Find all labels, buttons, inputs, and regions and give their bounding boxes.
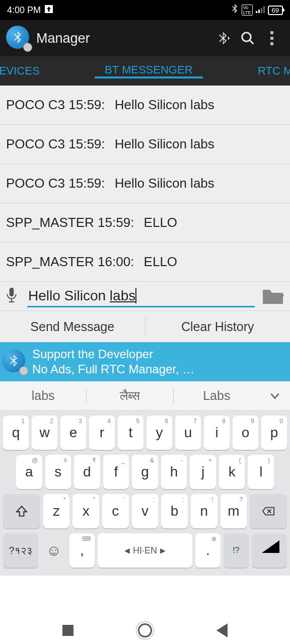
key-q[interactable]: 1q — [3, 416, 29, 450]
bluetooth-status-icon — [231, 4, 239, 17]
message-input[interactable]: Hello Silicon labs​ — [27, 285, 255, 307]
key-n[interactable]: !n — [191, 494, 218, 528]
key-c[interactable]: 'c — [102, 494, 129, 528]
compose-row: Hello Silicon labs​ — [0, 282, 290, 311]
battery-indicator: 69 — [268, 6, 283, 15]
svg-point-5 — [242, 33, 251, 42]
key-row-4: ?१२३ ☺ ⌨, ◀HI·EN▶ ⊕. !? — [3, 533, 287, 568]
message-row[interactable]: POCO C3 15:59: Hello Silicon labs — [0, 125, 290, 164]
key-j[interactable]: +j — [190, 455, 216, 489]
action-row: Send Message Clear History — [0, 311, 290, 342]
bt-transfer-icon[interactable] — [211, 31, 236, 46]
message-text: Hello Silicon labs — [115, 136, 214, 152]
overflow-menu-icon[interactable] — [260, 31, 284, 45]
promo-icon — [2, 349, 27, 374]
promo-text: Support the Developer No Ads, Full RTC M… — [32, 347, 194, 377]
comma-key[interactable]: ⌨, — [69, 533, 95, 568]
key-row-3: *z"x'c:v;b!n?m — [3, 494, 287, 528]
send-button[interactable]: Send Message — [0, 311, 145, 342]
message-text: Hello Silicon labs — [115, 97, 214, 113]
key-d[interactable]: ₹d — [74, 455, 100, 489]
suggestion-3[interactable]: Labs — [174, 388, 260, 403]
promo-banner[interactable]: Support the Developer No Ads, Full RTC M… — [0, 342, 290, 381]
back-button[interactable] — [216, 623, 228, 637]
svg-rect-1 — [256, 11, 257, 13]
key-w[interactable]: 2w — [32, 416, 57, 450]
suggestion-2[interactable]: लैब्स — [87, 388, 173, 404]
tab-bt-messenger[interactable]: BT MESSENGER — [95, 63, 202, 78]
key-o[interactable]: 9o — [233, 416, 258, 450]
key-row-1: 1q2w3e4r5t6y7u8i9o0p — [3, 416, 287, 450]
signal-icon — [256, 5, 265, 16]
folder-icon[interactable] — [262, 286, 284, 307]
backspace-key[interactable] — [250, 494, 287, 528]
key-x[interactable]: "x — [72, 494, 99, 528]
key-b[interactable]: ;b — [161, 494, 188, 528]
key-t[interactable]: 5t — [118, 416, 143, 450]
message-text: ELLO — [144, 215, 178, 230]
key-s[interactable]: #s — [45, 455, 71, 489]
volte-icon: VoLTE — [242, 5, 253, 16]
message-list: POCO C3 15:59: Hello Silicon labs POCO C… — [0, 86, 290, 282]
mic-icon[interactable] — [5, 286, 20, 306]
emoji-key[interactable]: ☺ — [41, 533, 66, 568]
key-i[interactable]: 8i — [204, 416, 230, 450]
key-y[interactable]: 6y — [147, 416, 172, 450]
key-v[interactable]: :v — [132, 494, 159, 528]
app-bar: Manager — [0, 20, 290, 56]
message-row[interactable]: POCO C3 15:59: Hello Silicon labs — [0, 164, 290, 203]
space-key[interactable]: ◀HI·EN▶ — [98, 533, 192, 568]
clock-text: 4:00 PM — [7, 5, 41, 16]
message-row[interactable]: SPP_MASTER 15:59: ELLO — [0, 203, 290, 243]
app-icon — [6, 26, 31, 51]
shift-key[interactable] — [3, 494, 40, 528]
tab-devices[interactable]: DEVICES — [0, 56, 50, 86]
keyboard: 1q2w3e4r5t6y7u8i9o0p @a#s₹d_f&g-h+j(k)l … — [0, 411, 290, 576]
clear-history-button[interactable]: Clear History — [146, 311, 291, 342]
period-key[interactable]: ⊕. — [195, 533, 221, 568]
key-u[interactable]: 7u — [175, 416, 201, 450]
key-l[interactable]: )l — [248, 455, 274, 489]
svg-line-6 — [250, 40, 254, 44]
svg-rect-7 — [10, 287, 14, 296]
key-row-2: @a#s₹d_f&g-h+j(k)l — [3, 455, 287, 489]
key-m[interactable]: ?m — [221, 494, 247, 528]
message-meta: POCO C3 15:59: — [6, 136, 105, 152]
message-text: ELLO — [144, 254, 178, 270]
message-meta: SPP_MASTER 16:00: — [6, 254, 134, 270]
key-r[interactable]: 4r — [89, 416, 115, 450]
message-meta: POCO C3 15:59: — [6, 176, 105, 191]
search-icon[interactable] — [236, 31, 260, 46]
message-row[interactable]: POCO C3 15:59: Hello Silicon labs — [0, 86, 290, 125]
message-meta: SPP_MASTER 15:59: — [6, 215, 134, 230]
key-a[interactable]: @a — [16, 455, 42, 489]
tab-rtc-manager[interactable]: RTC MA — [248, 56, 290, 86]
upload-icon — [45, 5, 53, 16]
message-row[interactable]: SPP_MASTER 16:00: ELLO — [0, 243, 290, 282]
suggestion-1[interactable]: labs — [0, 388, 86, 403]
symbols-key[interactable]: ?१२३ — [3, 533, 38, 568]
enter-key[interactable] — [252, 533, 287, 568]
tab-bar: DEVICES BT MESSENGER RTC MA — [0, 56, 290, 86]
message-meta: POCO C3 15:59: — [6, 97, 105, 113]
punct-key[interactable]: !? — [224, 533, 249, 568]
message-text: Hello Silicon labs — [115, 176, 214, 191]
status-bar: 4:00 PM VoLTE 69 — [0, 0, 290, 20]
svg-rect-4 — [263, 6, 265, 13]
key-k[interactable]: (k — [219, 455, 245, 489]
expand-suggestions-icon[interactable] — [260, 389, 290, 403]
navigation-bar — [0, 617, 290, 644]
svg-rect-3 — [261, 8, 262, 13]
key-p[interactable]: 0p — [261, 416, 287, 450]
key-e[interactable]: 3e — [60, 416, 86, 450]
key-f[interactable]: _f — [103, 455, 129, 489]
key-z[interactable]: *z — [43, 494, 70, 528]
home-button[interactable] — [138, 623, 152, 637]
recent-apps-button[interactable] — [62, 625, 74, 636]
svg-rect-2 — [258, 10, 260, 13]
app-title: Manager — [36, 31, 211, 46]
key-h[interactable]: -h — [161, 455, 187, 489]
key-g[interactable]: &g — [132, 455, 158, 489]
suggestion-bar: labs लैब्स Labs — [0, 381, 290, 411]
